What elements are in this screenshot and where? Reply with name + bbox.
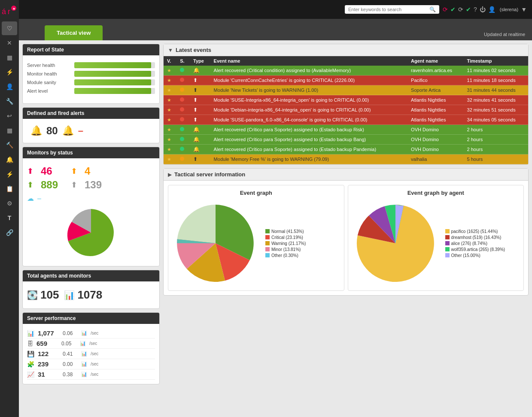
legend-minor: Minor (13.81%) [265,247,306,252]
topbar-power-icon[interactable]: ⟳ [458,6,463,13]
perf-label-1: /sec [89,341,97,346]
sidebar-item-alerts[interactable]: ⚡ [2,65,17,79]
search-input[interactable] [348,7,429,12]
sidebar-item-users[interactable]: 👤 [2,80,17,94]
topbar: 🔍 ⟳ ✔ ⟳ ✔ ? ⏻ 👤 (slerena) ▼ [19,0,532,19]
monitor-icon: 📊 [64,290,75,300]
updated-text: Updated at realtime [484,32,525,37]
col-s-cell [176,115,190,125]
col-v-cell: ★ [164,145,176,154]
col-v-cell: ★ [164,76,176,85]
table-row[interactable]: ★ ⬆ Module 'New Tickets' is going to WAR… [164,85,528,95]
report-of-state-title: Report of State [23,44,159,55]
table-row[interactable]: ★ ⬆ Module 'Debian-integria-x86_64-integ… [164,105,528,115]
col-event-cell: Module 'SUSE-Integria-x86_64-integria_op… [210,95,407,105]
alert-level-row: Alert level [27,88,155,94]
col-agent-cell: Atlantis Nightlies [407,115,463,125]
col-v-cell: ★ [164,115,176,125]
alert-fired-icon: 🔔 [62,125,74,136]
perf-rate-icon-4: 📊 [81,372,87,377]
sidebar-item-tools[interactable]: 🔧 [2,94,17,108]
module-sanity-bar-container [74,79,155,85]
sidebar-item-edit[interactable]: T [2,211,17,225]
topbar-shutdown-icon[interactable]: ⏻ [480,6,486,13]
col-event: Event name [210,56,407,66]
table-row[interactable]: ★ 🔔 Alert recovered (Crítico para Soport… [164,125,528,135]
svg-text:r: r [8,7,10,16]
topbar-user-icon2[interactable]: 👤 [488,6,496,13]
legend-warning: Warning (21.17%) [265,241,306,246]
table-row[interactable]: ★ ⬆ Module 'Memory Free %' is going to W… [164,154,528,164]
perf-icon-3: 🧩 [27,361,34,368]
sidebar-item-tactical[interactable]: ✕ [2,36,17,50]
events-section-header[interactable]: ▼ Latest events [164,44,528,56]
topbar-reload-icon[interactable]: ⟳ [443,6,448,13]
module-sanity-row: Module sanity [27,79,155,85]
col-s-cell [176,135,190,145]
sidebar-item-clipboard[interactable]: 📋 [2,182,17,196]
bell-icon: 🔔 [6,156,13,163]
col-agent-cell: Atlantis Nightlies [407,95,463,105]
sidebar-item-reports[interactable]: ▦ [2,51,17,64]
col-v-cell: ★ [164,135,176,145]
col-agent-cell: OVH Domino [407,145,463,154]
perf-count-2: 122 [38,350,59,357]
tactical-section-header[interactable]: ▶ Tactical server information [164,169,528,181]
col-type-cell: 🔔 [190,135,210,145]
grid-icon: ▦ [7,54,12,61]
sidebar-item-link[interactable]: 🔗 [2,226,17,239]
tab-tactical-view[interactable]: Tactical view [45,25,103,40]
col-agent: Agent name [407,56,463,66]
chain-icon: 🔗 [6,229,13,236]
totals-panel-title: Total agents and monitors [23,270,159,281]
legend-color-other [265,253,270,257]
legend-other: Other (0.30%) [265,253,306,258]
table-row[interactable]: ★ 🔔 Alert recovered (Crítico para Soport… [164,135,528,145]
sidebar-item-undo[interactable]: ↩ [2,109,17,123]
report-of-state-panel: Report of State Server health Monitor he… [22,44,160,104]
topbar-tick-icon[interactable]: ✔ [466,6,471,13]
topbar-check-icon[interactable]: ✔ [450,6,456,13]
col-s-cell [176,66,190,76]
table-row[interactable]: ★ 🔔 Alert recovered (Crítico para Soport… [164,145,528,154]
sidebar-item-lightning2[interactable]: ⚡ [2,167,17,181]
sidebar-item-health[interactable]: ♡ [2,21,17,35]
table-row[interactable]: ★ 🔔 Alert recovered (Critical condition)… [164,66,528,76]
user-icon: 👤 [6,83,13,90]
perf-label-0: /sec [91,331,98,335]
sidebar-item-grid2[interactable]: ▦ [2,124,17,137]
lightning2-icon: ⚡ [6,171,13,178]
search-box[interactable]: 🔍 [345,5,439,14]
mon-count-warning: 4 [85,165,115,177]
col-type-cell: ⬆ [190,105,210,115]
col-v-cell: ★ [164,95,176,105]
perf-rate-1: 0.05 [61,341,76,347]
col-event-cell: Module 'CurrentConnCacheEntries' is goin… [210,76,407,85]
app-logo[interactable]: á r ★ [1,3,18,19]
legend-color-minor [265,247,270,251]
table-row[interactable]: ★ ⬆ Module 'CurrentConnCacheEntries' is … [164,76,528,85]
sidebar-item-wrench2[interactable]: 🔨 [2,138,17,152]
events-section: ▼ Latest events V. S. Type Event name Ag… [163,44,529,165]
sidebar-item-settings[interactable]: ⚙ [2,196,17,210]
col-type: Type [190,56,210,66]
monitor-health-bar-container [74,71,155,77]
sidebar-item-bell[interactable]: 🔔 [2,153,17,166]
topbar-menu-icon[interactable]: ▼ [521,6,527,13]
events-table-header: V. S. Type Event name Agent name Timesta… [164,56,528,66]
col-agent-cell: valhalia [407,154,463,164]
monitors-panel-title: Monitors by status [23,147,159,158]
server-health-row: Server health [27,62,155,68]
topbar-help-icon[interactable]: ? [474,6,477,13]
legend-alice: alice (276) (8.74%) [445,241,505,246]
perf-icon-2: 💾 [27,351,34,357]
table-row[interactable]: ★ ⬆ Module 'SUSE-pandora_6.0-x86_64-cons… [164,115,528,125]
table-row[interactable]: ★ ⬆ Module 'SUSE-Integria-x86_64-integri… [164,95,528,105]
totals-panel: Total agents and monitors 💽 105 📊 1078 [22,270,160,309]
col-timestamp-cell: 5 hours [464,154,528,164]
legend-pacifico: pacifico (1625) (51.44%) [445,229,505,234]
col-event-cell: Module 'Memory Free %' is going to WARNI… [210,154,407,164]
alerts-panel: Defined and fired alerts 🔔 80 🔔 – [22,107,160,143]
tactical-section-title: Tactical server information [174,171,245,178]
col-agent-cell: OVH Domino [407,125,463,135]
